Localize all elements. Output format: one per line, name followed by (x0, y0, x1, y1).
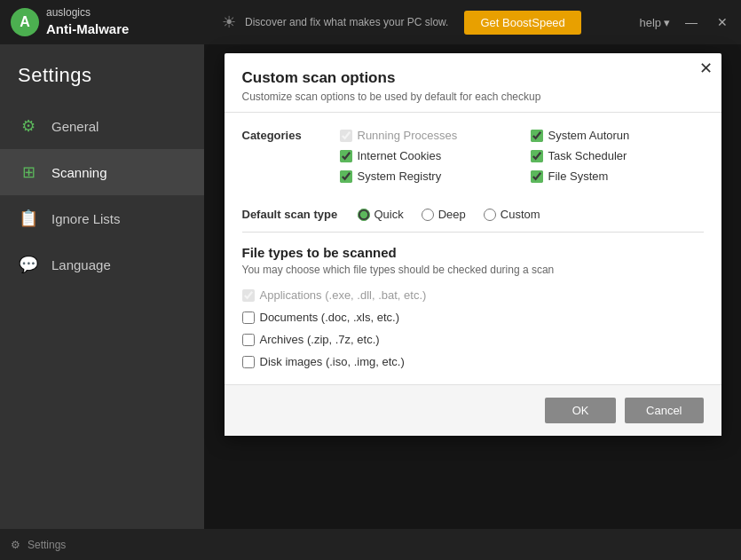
filetype-documents-checkbox[interactable] (242, 312, 255, 324)
sidebar-item-scanning[interactable]: ⊞ Scanning (0, 149, 204, 195)
modal-header: Custom scan options Customize scan optio… (225, 53, 721, 113)
logo-icon: A (11, 8, 39, 36)
scan-type-quick-label: Quick (374, 208, 404, 221)
sidebar-title: Settings (0, 44, 204, 103)
filetype-archives: Archives (.zip, .7z, etc.) (242, 331, 704, 348)
gear-icon: ⚙ (18, 115, 39, 137)
top-bar: A auslogics Anti-Malware ☀ Discover and … (0, 0, 741, 44)
close-window-button[interactable]: ✕ (713, 13, 732, 31)
category-task-scheduler: Task Scheduler (531, 147, 704, 164)
sidebar-item-scanning-label: Scanning (51, 165, 107, 180)
filetype-disk-images-label: Disk images (.iso, .img, etc.) (260, 355, 405, 368)
ok-button[interactable]: OK (545, 398, 616, 423)
help-button[interactable]: help ▾ (639, 16, 670, 29)
filetype-archives-label: Archives (.zip, .7z, etc.) (260, 333, 380, 346)
scan-type-quick[interactable]: Quick (358, 208, 404, 221)
scan-icon: ⊞ (18, 162, 39, 183)
scan-type-deep[interactable]: Deep (422, 208, 466, 221)
scan-type-custom[interactable]: Custom (484, 208, 540, 221)
logo-text: auslogics Anti-Malware (46, 6, 129, 37)
category-running-processes-label: Running Processes (358, 129, 458, 142)
get-boost-button[interactable]: Get BoostSpeed (464, 11, 580, 35)
sidebar-item-ignore-lists[interactable]: 📋 Ignore Lists (0, 195, 204, 241)
list-icon: 📋 (18, 208, 39, 229)
category-system-registry-checkbox[interactable] (340, 170, 352, 183)
scan-type-label: Default scan type (242, 208, 358, 221)
sidebar-item-language-label: Language (51, 257, 111, 272)
category-system-autorun: System Autorun (531, 127, 704, 144)
category-task-scheduler-label: Task Scheduler (548, 149, 627, 162)
scan-type-radio-group: Quick Deep Custom (358, 208, 540, 221)
file-types-subtitle: You may choose which file types should b… (242, 264, 704, 276)
sidebar-item-language[interactable]: 💬 Language (0, 241, 204, 288)
scan-type-row: Default scan type Quick Deep Custom (242, 208, 704, 233)
modal-body: Categories Running Processes System Auto… (225, 113, 721, 384)
category-internet-cookies-label: Internet Cookies (358, 149, 442, 162)
modal-subtitle: Customize scan options to be used by def… (242, 91, 704, 103)
filetype-disk-images: Disk images (.iso, .img, etc.) (242, 353, 704, 370)
scan-type-quick-radio[interactable] (358, 209, 370, 221)
modal-overlay: ✕ Custom scan options Customize scan opt… (204, 44, 741, 529)
file-types-list: Applications (.exe, .dll, .bat, etc.) Do… (242, 287, 704, 370)
logo-area: A auslogics Anti-Malware (0, 6, 204, 37)
sidebar: Settings ⚙ General ⊞ Scanning 📋 Ignore L… (0, 44, 204, 560)
category-system-autorun-checkbox[interactable] (531, 130, 543, 142)
scan-type-custom-label: Custom (501, 208, 540, 221)
category-running-processes: Running Processes (340, 127, 513, 144)
modal-dialog: ✕ Custom scan options Customize scan opt… (225, 53, 721, 436)
category-running-processes-checkbox[interactable] (340, 130, 352, 142)
discover-text: Discover and fix what makes your PC slow… (245, 16, 448, 28)
category-file-system: File System (531, 168, 704, 185)
category-file-system-label: File System (548, 170, 609, 183)
top-bar-right: help ▾ — ✕ (639, 13, 741, 31)
modal-close-button[interactable]: ✕ (699, 60, 713, 76)
filetype-documents: Documents (.doc, .xls, etc.) (242, 309, 704, 326)
sun-icon: ☀ (222, 12, 236, 32)
settings-label: Settings (28, 539, 66, 551)
file-types-title: File types to be scanned (242, 245, 704, 260)
categories-label: Categories (242, 127, 322, 190)
category-task-scheduler-checkbox[interactable] (531, 150, 543, 162)
sidebar-item-ignore-label: Ignore Lists (51, 211, 121, 226)
sidebar-item-general[interactable]: ⚙ General (0, 103, 204, 149)
filetype-disk-images-checkbox[interactable] (242, 356, 255, 368)
scan-type-deep-label: Deep (438, 208, 466, 221)
filetype-documents-label: Documents (.doc, .xls, etc.) (260, 311, 400, 324)
scan-type-deep-radio[interactable] (422, 209, 434, 221)
filetype-applications: Applications (.exe, .dll, .bat, etc.) (242, 287, 704, 304)
chevron-down-icon: ▾ (664, 16, 670, 29)
category-system-registry: System Registry (340, 168, 513, 185)
category-internet-cookies: Internet Cookies (340, 147, 513, 164)
modal-title: Custom scan options (242, 69, 704, 87)
category-system-autorun-label: System Autorun (548, 129, 630, 142)
category-system-registry-label: System Registry (358, 170, 442, 183)
category-file-system-checkbox[interactable] (531, 170, 543, 183)
filetype-archives-checkbox[interactable] (242, 334, 255, 346)
categories-grid: Running Processes System Autorun Interne… (340, 127, 704, 185)
settings-gear-icon: ⚙ (11, 539, 20, 551)
minimize-button[interactable]: — (681, 13, 702, 31)
category-internet-cookies-checkbox[interactable] (340, 150, 352, 162)
chat-icon: 💬 (18, 254, 39, 275)
modal-footer: OK Cancel (225, 384, 721, 436)
bottom-bar: ⚙ Settings (0, 529, 741, 560)
scan-type-custom-radio[interactable] (484, 209, 496, 221)
filetype-applications-label: Applications (.exe, .dll, .bat, etc.) (260, 288, 427, 302)
filetype-applications-checkbox[interactable] (242, 289, 255, 302)
top-bar-center: ☀ Discover and fix what makes your PC sl… (204, 11, 639, 35)
cancel-button[interactable]: Cancel (625, 398, 703, 423)
sidebar-item-general-label: General (51, 119, 99, 134)
